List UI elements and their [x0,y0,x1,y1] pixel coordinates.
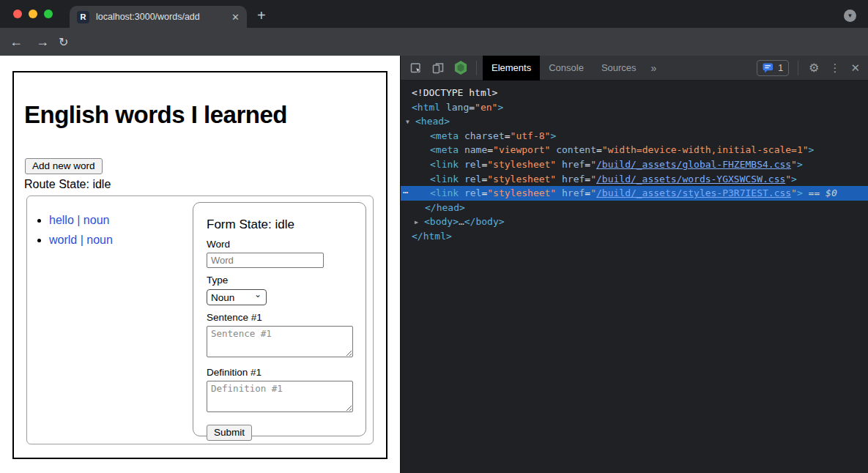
code-token-eq: == $0 [803,187,837,198]
code-token-def: = [585,187,590,198]
forward-button[interactable]: → [36,28,49,56]
browser-window: R localhost:3000/words/add ✕ + ▼ ← → ↻ ⓘ… [0,0,868,473]
code-token-attr: href [556,174,585,185]
more-tabs-icon[interactable]: » [645,62,663,74]
code-line[interactable]: <meta name="viewport" content="width=dev… [401,143,868,157]
code-token-val: "viewport" [493,144,550,155]
back-button[interactable]: ← [10,28,23,56]
code-token-val: "width=device-width,initial-scale=1" [602,144,809,155]
code-token-attr: rel [459,159,481,170]
code-token-def: <!DOCTYPE html> [412,87,497,98]
code-token-arrow: ▶ [415,215,424,230]
form-state-text: Form State: idle [207,217,352,232]
code-token-tag: <body> [424,216,459,227]
word-label: Word [207,239,352,250]
word-link-world[interactable]: world | noun [49,234,113,246]
word-input[interactable] [207,253,324,268]
tab-strip: R localhost:3000/words/add ✕ + ▼ [0,0,868,28]
code-token-tag: > [797,159,803,170]
code-token-tag: <meta [430,144,459,155]
code-token-attr: rel [459,174,481,185]
code-token-def: = [505,130,511,141]
code-line[interactable]: <link rel="stylesheet" href="/build/_ass… [401,172,868,187]
code-token-attr: lang [440,102,469,113]
code-line[interactable]: <meta charset="utf-8"> [401,129,868,144]
new-tab-button[interactable]: + [257,7,266,24]
dom-tree: <!DOCTYPE html><html lang="en">▼<head><m… [401,81,868,473]
code-token-val: "stylesheet" [487,187,556,198]
code-token-val: " [590,159,596,170]
code-token-tag: <html [412,102,440,113]
submit-button[interactable]: Submit [207,425,252,441]
code-token-tag: </body> [464,216,505,227]
devtools-panel: Elements Console Sources » 1 ⚙ ⋮ ✕ <!DOC… [400,56,868,473]
tab-sources[interactable]: Sources [593,56,645,81]
code-token-val: "stylesheet" [487,174,556,185]
device-toolbar-icon[interactable] [431,62,445,75]
tab-title: localhost:3000/words/add [96,12,226,22]
vue-devtools-extension-icon[interactable] [454,61,467,75]
tab-console[interactable]: Console [540,56,593,81]
browser-tab[interactable]: R localhost:3000/words/add ✕ [70,6,247,28]
code-token-tag: <link [430,174,459,185]
code-token-tag: > [797,187,803,198]
code-token-val: "en" [475,102,497,113]
code-token-val: "stylesheet" [487,159,556,170]
code-token-def: = [596,144,602,155]
list-item: hello | noun [49,214,113,227]
code-line[interactable]: </head> [401,201,868,215]
settings-gear-icon[interactable]: ⚙ [809,61,819,75]
add-word-form: Form State: idle Word Type Noun Sentence… [193,202,366,436]
reload-button[interactable]: ↻ [59,28,68,56]
devtools-close-icon[interactable]: ✕ [850,62,860,75]
code-token-tag: > [497,102,503,113]
code-token-attr: href [556,159,585,170]
code-token-def: = [585,159,590,170]
code-token-val: " [791,187,797,198]
code-token-tag: <link [430,187,459,198]
line-menu-dots-icon[interactable]: ⋯ [403,186,409,201]
issues-counter[interactable]: 1 [757,60,789,76]
code-token-tag: </head> [425,202,465,213]
type-label: Type [207,275,352,286]
code-token-tag: </html> [412,231,452,242]
code-token-ell: … [459,216,464,227]
tab-elements[interactable]: Elements [483,56,540,81]
code-token-link: /build/_assets/styles-P3R7IEST.css [596,187,791,198]
code-line[interactable]: <link rel="stylesheet" href="/build/_ass… [401,157,868,172]
type-select[interactable]: Noun [207,289,267,305]
web-page: English words I learned Add new word Rou… [0,56,400,473]
browser-toolbar: ← → ↻ ⓘ localhost:3000/words/add ☆ Incog… [0,28,868,56]
code-token-val: " [590,174,596,185]
tab-close-icon[interactable]: ✕ [231,12,240,23]
toolbar-divider [798,61,798,75]
macos-fullscreen-button[interactable] [44,10,53,18]
code-token-attr: content [550,144,596,155]
code-line[interactable]: ▶<body>…</body> [401,215,868,229]
code-token-attr: charset [459,130,505,141]
definition-label: Definition #1 [207,367,352,378]
definition-textarea[interactable] [207,381,353,412]
code-line[interactable]: <html lang="en"> [401,100,868,115]
code-token-link: /build/_assets/words-YGXSWCSW.css [596,174,785,185]
code-token-arrow: ▼ [406,115,415,130]
page-title: English words I learned [24,101,287,129]
macos-close-button[interactable] [13,10,22,18]
code-line[interactable]: ▼<head> [401,114,868,129]
macos-minimize-button[interactable] [29,10,37,18]
code-token-def: = [585,174,590,185]
code-token-def: = [469,102,475,113]
code-line[interactable]: </html> [401,229,868,244]
code-token-tag: <link [430,159,459,170]
tab-search-chevron-icon[interactable]: ▼ [844,10,856,22]
sentence-textarea[interactable] [207,326,353,357]
issues-bubble-icon [763,63,774,73]
add-new-word-button[interactable]: Add new word [25,158,103,174]
code-token-attr: rel [459,187,481,198]
inspect-element-icon[interactable] [409,62,423,75]
devtools-menu-icon[interactable]: ⋮ [829,62,840,75]
code-line-selected[interactable]: ⋯<link rel="stylesheet" href="/build/_as… [401,186,868,201]
word-link-hello[interactable]: hello | noun [49,214,109,226]
type-select-wrap: Noun [207,289,267,305]
code-line[interactable]: <!DOCTYPE html> [401,86,868,100]
